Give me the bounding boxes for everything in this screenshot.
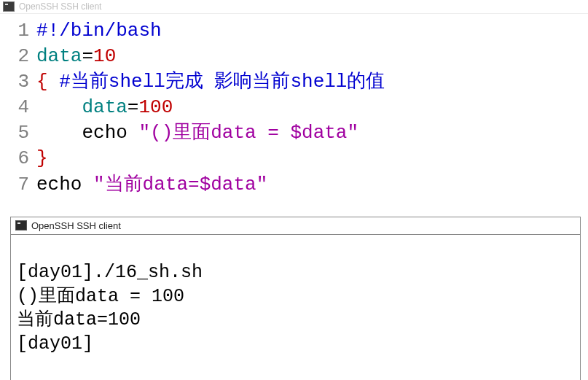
terminal-titlebar: OpenSSH SSH client: [11, 217, 580, 235]
line-number: 6: [6, 146, 29, 171]
token-string: "()里面data = $data": [138, 120, 358, 146]
code-line: 6 }: [6, 146, 582, 171]
terminal-title: OpenSSH SSH client: [31, 220, 121, 231]
token-equals: =: [82, 44, 93, 69]
terminal-line: [day01]./16_sh.sh: [17, 262, 203, 283]
token-indent: [36, 95, 82, 120]
token-command: echo: [36, 172, 93, 198]
top-window-titlebar: OpenSSH SSH client: [0, 0, 588, 14]
token-number: 10: [93, 44, 116, 69]
line-number: 1: [6, 18, 29, 44]
code-line: 3 { #当前shell完成 影响当前shell的值: [6, 69, 582, 95]
token-indent: [36, 120, 82, 146]
terminal-body: [day01]./16_sh.sh ()里面data = 100 当前data=…: [11, 235, 580, 380]
terminal-icon: [15, 220, 27, 230]
token-space: [48, 69, 60, 95]
token-variable: data: [82, 95, 127, 120]
terminal-line: [day01]: [17, 333, 93, 354]
line-number: 2: [6, 44, 29, 69]
token-close-brace: }: [36, 146, 48, 171]
token-comment: #当前shell完成 影响当前shell的值: [59, 69, 385, 95]
token-open-brace: {: [36, 69, 48, 95]
terminal-icon: [3, 1, 15, 12]
terminal-window: OpenSSH SSH client [day01]./16_sh.sh ()里…: [10, 217, 581, 380]
code-line: 7 echo "当前data=$data": [6, 172, 582, 198]
terminal-line: 当前data=100: [17, 309, 141, 330]
line-number: 4: [6, 95, 29, 120]
code-line: 4 data=100: [6, 95, 582, 120]
token-number: 100: [138, 95, 173, 120]
line-number: 3: [6, 69, 29, 95]
line-number: 7: [6, 172, 29, 198]
token-command: echo: [82, 120, 138, 146]
top-window-title: OpenSSH SSH client: [19, 1, 101, 12]
code-line: 1 #!/bin/bash: [6, 18, 582, 44]
token-equals: =: [128, 95, 139, 120]
code-editor-view: 1 #!/bin/bash 2 data=10 3 { #当前shell完成 影…: [0, 14, 588, 211]
shebang: #!/bin/bash: [36, 18, 162, 44]
code-line: 5 echo "()里面data = $data": [6, 120, 582, 146]
token-variable: data: [36, 44, 82, 69]
terminal-line: ()里面data = 100: [17, 286, 184, 307]
line-number: 5: [6, 120, 29, 146]
token-string: "当前data=$data": [93, 172, 267, 198]
code-line: 2 data=10: [6, 44, 582, 69]
